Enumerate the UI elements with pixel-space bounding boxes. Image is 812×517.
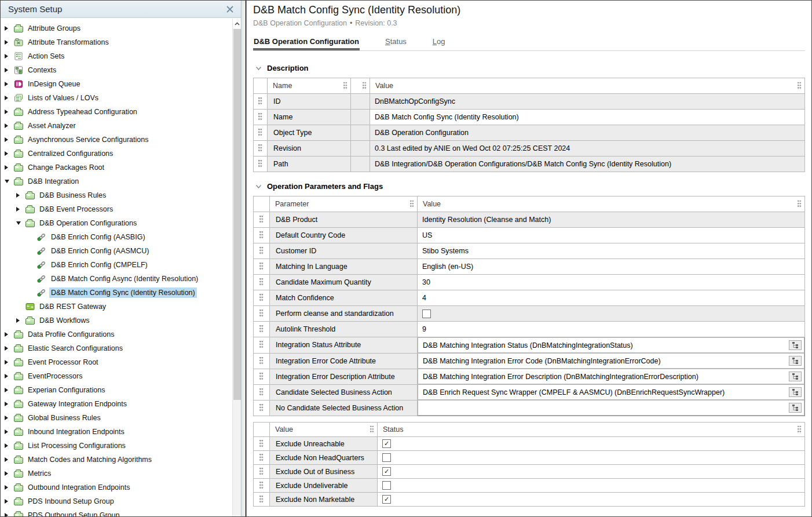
column-menu-icon[interactable] [363, 82, 367, 90]
tree-item[interactable]: Change Packages Root [1, 161, 232, 174]
tree-item[interactable]: Outbound Integration Endpoints [1, 480, 232, 494]
expand-arrow-icon[interactable] [5, 341, 13, 355]
expand-arrow-icon[interactable] [16, 188, 25, 202]
expand-arrow-icon[interactable] [5, 63, 13, 77]
tree-item[interactable]: D&B Operation Configurations [1, 216, 232, 230]
row-drag-handle[interactable] [254, 275, 270, 290]
checkbox-checked[interactable]: ✓ [382, 439, 391, 448]
attribute-picker-button[interactable] [789, 372, 802, 381]
tree-item[interactable]: Asset Analyzer [1, 119, 232, 133]
expand-arrow-icon[interactable] [5, 397, 13, 411]
row-drag-handle[interactable] [254, 156, 268, 172]
checkbox-unchecked[interactable] [382, 481, 391, 490]
checkbox-checked[interactable]: ✓ [382, 467, 391, 476]
expand-arrow-icon[interactable] [5, 411, 13, 425]
tree-item[interactable]: D&B Event Processors [1, 202, 232, 216]
expand-arrow-icon[interactable] [16, 314, 25, 327]
row-drag-handle[interactable] [254, 306, 270, 322]
expand-arrow-icon[interactable] [5, 119, 13, 133]
tree-item[interactable]: D&B Workflows [1, 314, 232, 327]
row-drag-handle[interactable] [254, 290, 270, 306]
cell-value[interactable]: US [418, 228, 805, 243]
row-drag-handle[interactable] [254, 465, 270, 479]
expand-arrow-icon[interactable] [5, 369, 13, 383]
collapse-arrow-icon[interactable] [16, 216, 25, 230]
tree-item[interactable]: D&B Enrich Config (AASBIG) [1, 230, 232, 244]
row-drag-handle[interactable] [254, 400, 270, 416]
expand-arrow-icon[interactable] [5, 91, 13, 105]
column-header-value[interactable]: Value [418, 196, 805, 212]
tree-item[interactable]: Address Typeahead Configuration [1, 105, 232, 119]
tree-item[interactable]: EventProcessors [1, 369, 232, 383]
row-drag-handle[interactable] [254, 369, 270, 384]
column-menu-icon[interactable] [370, 426, 374, 434]
cell-value[interactable]: English (en-US) [418, 259, 805, 275]
expand-arrow-icon[interactable] [5, 21, 13, 35]
column-menu-icon[interactable] [798, 82, 802, 90]
tree-item[interactable]: Event Processor Root [1, 355, 232, 369]
business-action-picker-button[interactable] [789, 403, 802, 413]
collapse-chevron-icon[interactable] [255, 184, 262, 189]
row-drag-handle[interactable] [254, 384, 270, 400]
expand-arrow-icon[interactable] [5, 35, 13, 49]
tree-item[interactable]: Experian Configurations [1, 383, 232, 397]
column-header-parameter[interactable]: Parameter [270, 196, 418, 212]
expand-arrow-icon[interactable] [5, 508, 13, 516]
expand-arrow-icon[interactable] [5, 77, 13, 91]
cell-value[interactable]: D&B Matching Integration Error Descripti… [418, 369, 804, 384]
tree-item[interactable]: D&B Integration [1, 174, 232, 188]
tree-item[interactable]: D&B Match Config Async (Identity Resolut… [1, 272, 232, 286]
checkbox-unchecked[interactable] [422, 310, 431, 318]
cell-value[interactable]: 4 [418, 290, 805, 306]
tree-item[interactable]: PDS Inbound Setup Group [1, 494, 232, 508]
column-header-status[interactable]: Status [378, 423, 805, 437]
tree-item[interactable]: PDS Outbound Setup Group [1, 508, 232, 516]
tree-item[interactable]: Centralized Configurations [1, 147, 232, 161]
cell-value[interactable]: 9 [418, 322, 805, 337]
panel-splitter[interactable] [242, 1, 249, 516]
tree-item[interactable]: Action Sets [1, 49, 232, 63]
row-drag-handle[interactable] [254, 259, 270, 275]
checkbox-unchecked[interactable] [382, 453, 391, 462]
scrollbar-thumb[interactable] [233, 29, 241, 400]
expand-arrow-icon[interactable] [5, 439, 13, 453]
tab-log[interactable]: Log [432, 35, 446, 50]
column-menu-icon[interactable] [410, 201, 414, 208]
cell-value[interactable]: D&B Matching Integration Status (DnBMatc… [418, 337, 804, 353]
row-drag-handle[interactable] [254, 212, 270, 228]
expand-arrow-icon[interactable] [5, 133, 13, 147]
tree-item[interactable]: Contexts [1, 63, 232, 77]
expand-arrow-icon[interactable] [5, 480, 13, 494]
attribute-picker-button[interactable] [789, 356, 802, 366]
cell-value[interactable]: D&B Enrich Request Sync Wrapper (CMPELF … [418, 384, 804, 400]
row-drag-handle[interactable] [254, 353, 270, 369]
checkbox-checked[interactable]: ✓ [382, 495, 391, 504]
row-drag-handle[interactable] [254, 243, 270, 259]
cell-value[interactable]: Stibo Systems [418, 243, 805, 259]
column-menu-icon[interactable] [798, 426, 802, 434]
business-action-picker-button[interactable] [789, 387, 802, 397]
tree-item-selected[interactable]: D&B Match Config Sync (Identity Resoluti… [1, 286, 232, 300]
cell-value[interactable]: D&B Matching Integration Error Code (DnB… [418, 353, 804, 369]
tree-item[interactable]: Attribute Transformations [1, 35, 232, 49]
tree-item[interactable]: D&B Business Rules [1, 188, 232, 202]
expand-arrow-icon[interactable] [5, 327, 13, 341]
expand-arrow-icon[interactable] [5, 494, 13, 508]
tree-item[interactable]: D&B Enrich Config (CMPELF) [1, 258, 232, 272]
expand-arrow-icon[interactable] [16, 202, 25, 216]
collapse-chevron-icon[interactable] [255, 66, 262, 71]
row-drag-handle[interactable] [254, 437, 270, 451]
row-drag-handle[interactable] [254, 141, 268, 156]
tree-item[interactable]: Metrics [1, 467, 232, 480]
cell-value[interactable]: D&B Match Config Sync (Identity Resoluti… [370, 110, 805, 125]
tree-item[interactable]: Attribute Groups [1, 21, 232, 35]
row-drag-handle[interactable] [254, 110, 268, 125]
expand-arrow-icon[interactable] [5, 355, 13, 369]
column-menu-icon[interactable] [798, 201, 802, 208]
tree-item[interactable]: Asynchronous Service Configurations [1, 133, 232, 147]
expand-arrow-icon[interactable] [5, 425, 13, 439]
tree-item[interactable]: InDesign Queue [1, 77, 232, 91]
row-drag-handle[interactable] [254, 125, 268, 141]
expand-arrow-icon[interactable] [5, 105, 13, 119]
tree-item[interactable]: Elastic Search Configurations [1, 341, 232, 355]
